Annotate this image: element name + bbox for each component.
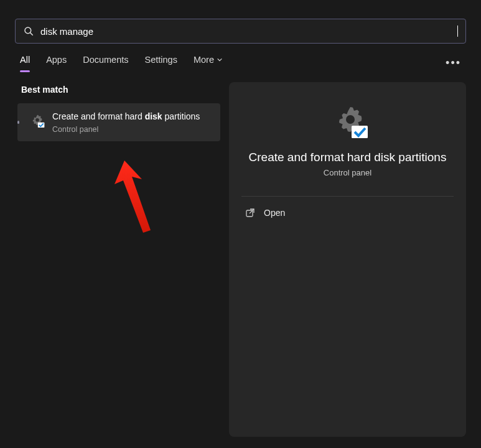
search-bar[interactable]: disk manage xyxy=(15,19,466,44)
svg-point-4 xyxy=(346,115,355,124)
svg-rect-5 xyxy=(352,126,368,138)
result-title: Create and format hard disk partitions xyxy=(52,111,213,123)
best-match-label: Best match xyxy=(21,85,220,95)
tab-more-label: More xyxy=(194,55,214,65)
open-external-icon xyxy=(245,208,255,218)
search-input[interactable]: disk manage xyxy=(40,26,459,37)
result-text: Create and format hard disk partitions C… xyxy=(52,111,213,134)
results-column: Best match Create and format hard disk p… xyxy=(17,82,220,437)
chevron-down-icon xyxy=(217,57,223,63)
svg-line-7 xyxy=(250,209,254,213)
open-action[interactable]: Open xyxy=(229,197,466,229)
preview-subtitle: Control panel xyxy=(248,168,447,177)
search-icon xyxy=(23,26,34,37)
result-subtitle: Control panel xyxy=(52,125,213,134)
svg-line-1 xyxy=(30,33,33,35)
gear-check-icon-large xyxy=(330,105,365,139)
preview-header: Create and format hard disk partitions C… xyxy=(229,82,466,177)
more-options-button[interactable]: ••• xyxy=(446,57,466,70)
svg-point-2 xyxy=(35,118,39,122)
tab-apps[interactable]: Apps xyxy=(46,55,67,71)
tabs-row: All Apps Documents Settings More ••• xyxy=(0,44,481,71)
result-item-disk-management[interactable]: Create and format hard disk partitions C… xyxy=(17,103,220,141)
content-area: Best match Create and format hard disk p… xyxy=(0,71,481,437)
open-label: Open xyxy=(264,208,285,218)
text-cursor xyxy=(457,26,458,37)
svg-point-0 xyxy=(25,27,31,34)
tab-all[interactable]: All xyxy=(20,55,30,71)
preview-panel: Create and format hard disk partitions C… xyxy=(229,82,466,437)
tab-settings[interactable]: Settings xyxy=(145,55,177,71)
tab-documents[interactable]: Documents xyxy=(83,55,128,71)
gear-check-icon xyxy=(29,113,46,131)
preview-title: Create and format hard disk partitions xyxy=(248,151,447,164)
tab-more[interactable]: More xyxy=(194,55,223,71)
